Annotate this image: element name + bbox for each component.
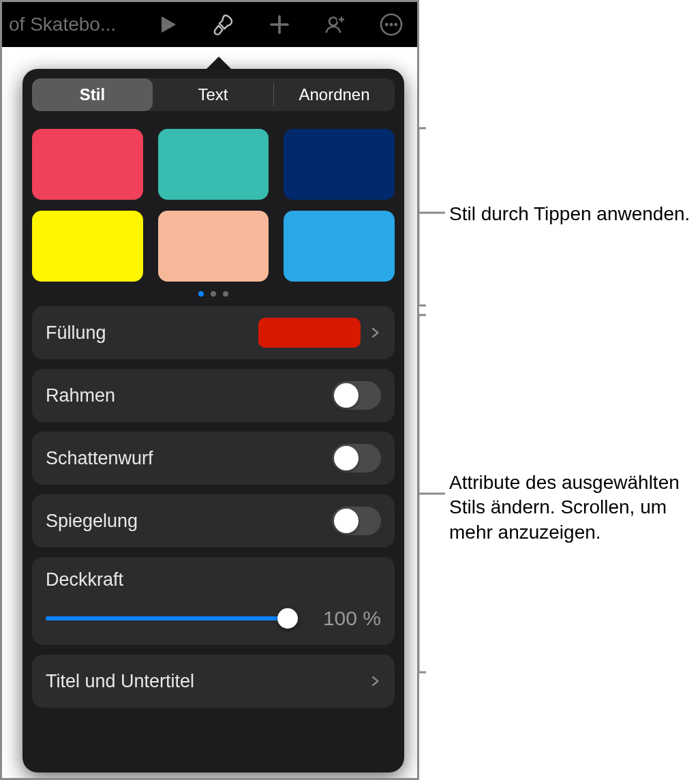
play-icon[interactable] — [155, 12, 180, 37]
segmented-control: Stil Text Anordnen — [32, 78, 395, 111]
annotation-text: Stil durch Tippen anwenden. — [449, 202, 700, 226]
shadow-row[interactable]: Schattenwurf — [32, 432, 395, 485]
tab-anordnen[interactable]: Anordnen — [274, 78, 395, 111]
opacity-slider[interactable] — [46, 608, 296, 629]
chevron-right-icon — [369, 323, 381, 342]
format-popover: Stil Text Anordnen Füllung — [22, 57, 404, 772]
svg-point-0 — [329, 18, 337, 26]
title-subtitle-row[interactable]: Titel und Untertitel — [32, 655, 395, 708]
fill-label: Füllung — [46, 322, 258, 344]
reflection-label: Spiegelung — [46, 511, 332, 532]
popover-body: Stil Text Anordnen Füllung — [22, 69, 404, 772]
more-icon[interactable] — [379, 12, 404, 37]
app-toolbar: of Skatebo... — [2, 2, 417, 47]
chevron-right-icon — [369, 672, 381, 691]
opacity-value: 100 % — [313, 607, 381, 630]
border-label: Rahmen — [46, 385, 332, 406]
opacity-row: Deckkraft 100 % — [32, 557, 395, 645]
annotation-apply-style: Stil durch Tippen anwenden. — [418, 128, 700, 305]
style-swatch[interactable] — [284, 211, 395, 282]
reflection-toggle[interactable] — [332, 507, 381, 535]
style-swatch[interactable] — [158, 211, 269, 282]
plus-icon[interactable] — [267, 12, 292, 37]
tab-text[interactable]: Text — [153, 78, 273, 111]
annotation-change-attributes: Attribute des ausgewählten Stils ändern.… — [418, 315, 700, 672]
style-swatch[interactable] — [32, 129, 143, 200]
toolbar-icon-group — [155, 12, 410, 37]
opacity-label: Deckkraft — [46, 569, 381, 590]
popover-arrow — [207, 57, 231, 69]
toggle-knob — [334, 509, 359, 533]
format-brush-icon[interactable] — [211, 12, 236, 37]
svg-point-5 — [394, 23, 397, 27]
svg-point-3 — [385, 23, 389, 27]
document-title: of Skatebo... — [9, 14, 125, 35]
fill-color-swatch — [258, 318, 361, 348]
shadow-toggle[interactable] — [332, 444, 381, 472]
border-toggle[interactable] — [332, 381, 381, 410]
fill-row[interactable]: Füllung — [32, 306, 395, 359]
device-frame: of Skatebo... Stil Text — [0, 0, 419, 780]
shadow-label: Schattenwurf — [46, 448, 332, 469]
style-swatch-grid — [32, 129, 395, 282]
title-subtitle-label: Titel und Untertitel — [46, 671, 361, 692]
collaborate-icon[interactable] — [323, 12, 348, 37]
style-swatch[interactable] — [284, 129, 395, 200]
page-dots — [32, 291, 395, 297]
svg-point-4 — [390, 23, 393, 27]
page-dot[interactable] — [223, 291, 228, 297]
toggle-knob — [334, 383, 359, 408]
slider-thumb[interactable] — [277, 608, 298, 629]
annotation-text: Attribute des ausgewählten Stils ändern.… — [449, 470, 700, 545]
slider-track-fill — [46, 616, 296, 620]
page-dot[interactable] — [211, 291, 216, 297]
page-dot[interactable] — [198, 291, 204, 297]
border-row[interactable]: Rahmen — [32, 369, 395, 422]
style-swatch[interactable] — [158, 129, 269, 200]
style-swatch[interactable] — [32, 211, 143, 282]
toggle-knob — [334, 446, 359, 470]
reflection-row[interactable]: Spiegelung — [32, 494, 395, 548]
tab-stil[interactable]: Stil — [32, 78, 153, 111]
